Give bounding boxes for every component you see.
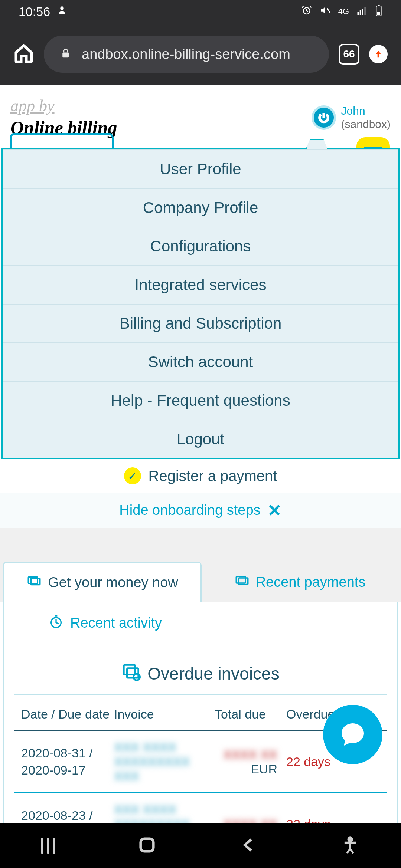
close-icon: ✕ [267, 500, 282, 520]
page-header: app by Online billing John (sandbox) [0, 85, 401, 138]
row-invoice-masked2: XXXXXXXXX XXX [114, 754, 203, 783]
menu-label: Logout [177, 430, 224, 448]
money-icon [26, 573, 42, 592]
th-total-due[interactable]: Total due [203, 707, 277, 721]
menu-label: Billing and Subscription [120, 315, 282, 332]
tab-label: Recent activity [70, 615, 162, 631]
svg-line-1 [327, 8, 330, 13]
status-bar: 10:56 4G [0, 0, 401, 23]
menu-label: Company Profile [143, 199, 258, 217]
dashboard-tabs: Get your money now Recent payments [0, 562, 401, 602]
network-label: 4G [338, 7, 349, 16]
user-name: John [341, 104, 391, 118]
svg-rect-9 [62, 52, 69, 57]
row-invoice-masked: XXX XXXX [114, 802, 203, 817]
tab-recent-payments[interactable]: Recent payments [202, 562, 398, 602]
menu-item-help[interactable]: Help - Frequent questions [3, 381, 398, 420]
svg-rect-8 [377, 12, 380, 15]
tab-count-button[interactable]: 66 [339, 44, 359, 65]
overdue-title-text: Overdue invoices [147, 664, 279, 684]
menu-label: User Profile [160, 160, 241, 178]
system-nav-bar [0, 823, 401, 868]
mute-icon [320, 5, 331, 19]
check-icon: ✓ [124, 467, 141, 484]
svg-rect-2 [358, 12, 359, 15]
user-menu-trigger[interactable]: John (sandbox) [312, 96, 391, 138]
svg-rect-4 [362, 9, 363, 15]
status-time: 10:56 [19, 4, 50, 19]
logo-area[interactable]: app by Online billing [10, 96, 117, 138]
svg-rect-18 [127, 668, 138, 678]
th-date[interactable]: Date / Due date [21, 707, 114, 721]
menu-item-user-profile[interactable]: User Profile [3, 149, 398, 188]
hide-onboarding-link[interactable]: Hide onboarding steps ✕ [0, 493, 401, 528]
tab-get-money-now[interactable]: Get your money now [3, 562, 202, 602]
spacer [0, 528, 401, 562]
user-dropdown-menu: User Profile Company Profile Configurati… [1, 148, 400, 459]
menu-item-company-profile[interactable]: Company Profile [3, 188, 398, 227]
row-invoice-masked: XXX XXXX [114, 740, 203, 754]
url-bar[interactable]: andbox.online-billing-service.com [44, 36, 329, 73]
menu-item-integrated-services[interactable]: Integrated services [3, 265, 398, 304]
tab-recent-activity[interactable]: Recent activity [3, 602, 398, 643]
app-indicator-icon [57, 4, 67, 19]
home-button[interactable] [13, 43, 34, 65]
row-overdue-since: 22 days [277, 817, 380, 823]
nav-accessibility-button[interactable] [340, 835, 360, 856]
register-payment-label: Register a payment [149, 468, 277, 484]
chat-fab[interactable] [323, 705, 382, 764]
svg-rect-5 [364, 7, 366, 15]
svg-point-21 [349, 838, 352, 841]
menu-label: Integrated services [135, 276, 267, 294]
svg-rect-17 [124, 665, 135, 675]
tab-label: Get your money now [48, 575, 178, 591]
browser-chrome: andbox.online-billing-service.com 66 [0, 23, 401, 85]
stopwatch-icon [49, 614, 63, 632]
row-invoice-masked2: XXXXXXXXX XXX [114, 817, 203, 823]
menu-item-switch-account[interactable]: Switch account [3, 342, 398, 381]
lock-icon [60, 46, 71, 62]
menu-item-logout[interactable]: Logout [3, 420, 398, 458]
webpage: app by Online billing John (sandbox) Use… [0, 85, 401, 823]
battery-icon [375, 4, 382, 19]
overdue-icon [121, 662, 141, 685]
signal-icon [356, 5, 368, 19]
th-invoice[interactable]: Invoice [114, 707, 203, 721]
menu-item-billing-subscription[interactable]: Billing and Subscription [3, 304, 398, 342]
register-payment-link[interactable]: ✓ Register a payment [0, 459, 401, 493]
alarm-icon [301, 5, 312, 19]
menu-label: Configurations [150, 237, 251, 255]
row-currency: EUR [251, 762, 277, 776]
svg-rect-20 [141, 839, 154, 852]
user-mode: (sandbox) [341, 118, 391, 131]
row-amount-masked: XXXX XX [223, 747, 277, 762]
row-due-date: 2020-09-17 [21, 762, 114, 779]
svg-rect-3 [360, 10, 361, 15]
row-date: 2020-08-23 / [21, 807, 114, 823]
nav-back-button[interactable] [239, 835, 258, 856]
menu-label: Switch account [148, 353, 253, 371]
download-indicator[interactable] [369, 45, 388, 63]
row-amount-masked: XXXX XX [223, 817, 277, 823]
row-date: 2020-08-31 / [21, 745, 114, 762]
app-by-label: app by [10, 96, 117, 115]
nav-recents-button[interactable] [41, 838, 55, 854]
tab-count-value: 66 [343, 48, 355, 60]
nav-home-button[interactable] [137, 835, 157, 856]
hide-onboarding-label: Hide onboarding steps [119, 502, 260, 518]
power-icon [312, 105, 336, 130]
menu-label: Help - Frequent questions [111, 392, 290, 410]
dropdown-notch [306, 139, 328, 149]
url-text: andbox.online-billing-service.com [82, 46, 290, 62]
payments-icon [234, 573, 250, 592]
tab-label: Recent payments [256, 574, 366, 590]
table-row[interactable]: 2020-08-23 / 2020-09-17 XXX XXXX XXXXXXX… [14, 793, 387, 823]
menu-item-configurations[interactable]: Configurations [3, 227, 398, 265]
overdue-title: Overdue invoices [14, 651, 387, 695]
svg-rect-7 [378, 5, 379, 6]
